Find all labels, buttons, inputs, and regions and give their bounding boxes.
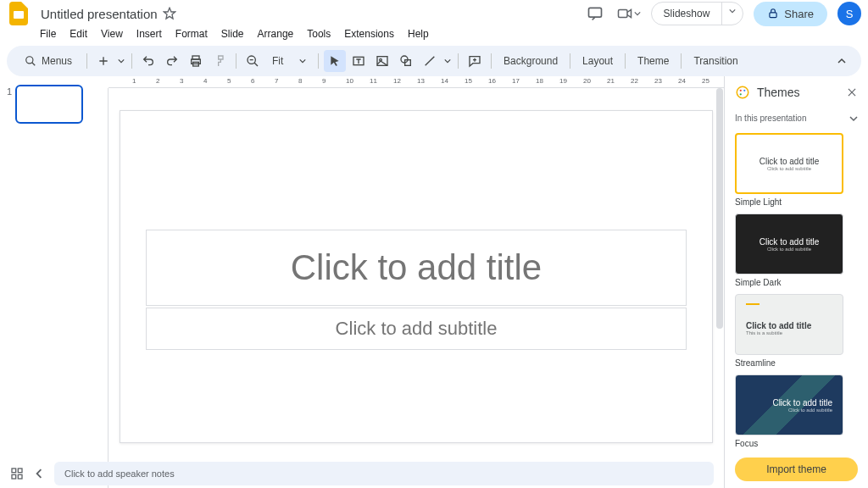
meet-icon[interactable]	[617, 2, 641, 25]
menus-label: Menus	[42, 55, 72, 67]
image-tool[interactable]	[371, 50, 393, 72]
menu-insert[interactable]: Insert	[131, 25, 168, 42]
toolbar: Menus Fit	[7, 46, 861, 76]
menu-extensions[interactable]: Extensions	[338, 25, 400, 42]
import-theme-button[interactable]: Import theme	[735, 458, 858, 481]
line-dropdown[interactable]	[442, 50, 453, 72]
svg-point-16	[743, 90, 745, 92]
menu-tools[interactable]: Tools	[301, 25, 337, 42]
redo-button[interactable]	[161, 50, 183, 72]
horizontal-ruler[interactable]: 1234567891011121314151617181920212223242…	[108, 76, 724, 88]
paint-format-button[interactable]	[209, 50, 231, 72]
zoom-label: Fit	[272, 55, 283, 67]
theme-label: Simple Light	[735, 197, 858, 207]
section-label: In this presentation	[735, 114, 807, 123]
subtitle-placeholder[interactable]: Click to add subtitle	[146, 308, 687, 350]
zoom-button[interactable]	[242, 50, 264, 72]
svg-rect-18	[12, 469, 16, 473]
theme-label: Simple Dark	[735, 278, 858, 287]
themes-panel: Themes In this presentation Click to add…	[724, 76, 868, 488]
slide-number: 1	[7, 85, 12, 124]
menu-edit[interactable]: Edit	[64, 25, 93, 42]
svg-point-17	[740, 93, 742, 95]
zoom-select[interactable]: Fit	[265, 50, 313, 72]
svg-rect-0	[14, 11, 24, 19]
document-title[interactable]: Untitled presentation	[36, 5, 163, 23]
background-button[interactable]: Background	[497, 55, 565, 67]
menu-bar: File Edit View Insert Format Slide Arran…	[0, 24, 868, 46]
svg-rect-19	[18, 469, 22, 473]
theme-label: Focus	[735, 439, 858, 448]
filmstrip: 1	[0, 76, 97, 488]
svg-point-4	[26, 57, 33, 64]
theme-label: Streamline	[735, 358, 858, 368]
new-slide-dropdown[interactable]	[116, 50, 126, 72]
textbox-tool[interactable]	[348, 50, 370, 72]
shape-tool[interactable]	[395, 50, 417, 72]
share-label: Share	[784, 8, 814, 20]
slide-canvas[interactable]: Click to add title Click to add subtitle	[120, 110, 713, 443]
star-icon[interactable]	[163, 7, 176, 20]
svg-rect-3	[770, 13, 776, 18]
share-button[interactable]: Share	[754, 2, 827, 26]
comment-history-icon[interactable]	[583, 2, 607, 25]
svg-rect-20	[12, 474, 16, 479]
menu-format[interactable]: Format	[170, 25, 214, 42]
search-menus[interactable]: Menus	[15, 50, 81, 72]
themes-title: Themes	[757, 86, 839, 99]
svg-point-15	[740, 90, 742, 92]
theme-simple-dark[interactable]: Click to add title Click to add subtitle	[735, 214, 843, 274]
canvas-area: 1234567891011121314151617181920212223242…	[97, 76, 724, 488]
menu-view[interactable]: View	[95, 25, 129, 42]
theme-streamline[interactable]: Click to add title This is a subtitle	[735, 294, 843, 355]
slideshow-dropdown[interactable]	[722, 3, 743, 25]
menu-arrange[interactable]: Arrange	[252, 25, 300, 42]
comment-tool[interactable]	[464, 50, 486, 72]
undo-button[interactable]	[137, 50, 159, 72]
svg-point-14	[737, 86, 748, 98]
account-avatar[interactable]: S	[837, 2, 861, 25]
title-placeholder[interactable]: Click to add title	[146, 230, 687, 306]
new-slide-button[interactable]	[92, 50, 114, 72]
layout-button[interactable]: Layout	[576, 55, 620, 67]
slideshow-button[interactable]: Slideshow	[652, 3, 723, 25]
theme-button[interactable]: Theme	[631, 55, 676, 67]
print-button[interactable]	[185, 50, 207, 72]
speaker-notes-input[interactable]: Click to add speaker notes	[54, 462, 714, 485]
svg-rect-21	[18, 474, 22, 479]
svg-rect-2	[618, 10, 627, 18]
menu-slide[interactable]: Slide	[215, 25, 250, 42]
slides-logo[interactable]	[7, 2, 31, 25]
slide-thumbnail[interactable]	[15, 85, 83, 124]
grid-view-icon[interactable]	[10, 467, 24, 480]
menu-help[interactable]: Help	[402, 25, 435, 42]
themes-icon	[735, 85, 750, 100]
vertical-ruler[interactable]	[97, 88, 108, 488]
themes-section-toggle[interactable]: In this presentation	[725, 108, 868, 128]
theme-focus[interactable]: Click to add title Click to add subtitle	[735, 374, 843, 435]
collapse-toolbar-icon[interactable]	[831, 50, 853, 72]
select-tool[interactable]	[324, 50, 346, 72]
vertical-scrollbar[interactable]	[715, 88, 724, 488]
collapse-filmstrip-icon[interactable]	[34, 469, 44, 479]
line-tool[interactable]	[419, 50, 441, 72]
theme-simple-light[interactable]: Click to add title Click to add subtitle	[735, 133, 843, 194]
menu-file[interactable]: File	[34, 25, 62, 42]
svg-rect-1	[588, 8, 601, 17]
transition-button[interactable]: Transition	[687, 55, 744, 67]
close-panel-icon[interactable]	[846, 86, 858, 98]
